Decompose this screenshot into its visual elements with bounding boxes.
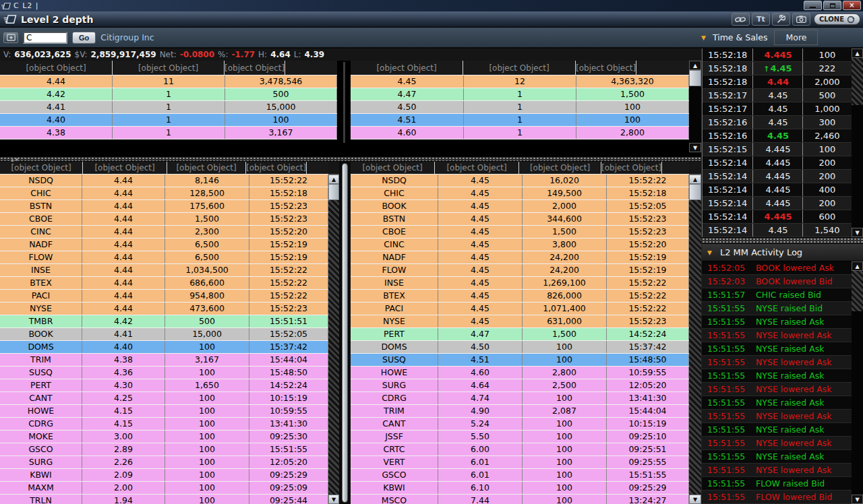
- add-window-button[interactable]: [3, 32, 18, 43]
- scroll-track[interactable]: [689, 86, 701, 143]
- mm-ask-row[interactable]: BSTN 4.45 344,600 15:52:23: [351, 213, 689, 226]
- close-button[interactable]: ×: [843, 1, 861, 10]
- mm-bid-scrollbar[interactable]: ▲ ▼: [328, 162, 339, 504]
- activity-log-scrollbar[interactable]: ▲ ▼: [852, 261, 863, 504]
- mm-bid-row[interactable]: KBWI 2.09 100 09:25:29: [0, 469, 328, 482]
- mm-ask-row[interactable]: KBWI 6.10 100 09:25:29: [351, 482, 689, 495]
- mm-ask-row[interactable]: HOWE 4.60 2,800 10:59:55: [351, 367, 689, 379]
- bid-level-row[interactable]: 4.44 11 3,478,546: [0, 75, 337, 88]
- scroll-thumb[interactable]: [689, 184, 701, 200]
- scroll-thumb[interactable]: [852, 271, 863, 311]
- mm-ask-row[interactable]: INSE 4.45 1,269,100 15:52:22: [351, 277, 689, 290]
- scroll-down-icon[interactable]: ▼: [852, 495, 863, 504]
- mm-ask-row[interactable]: BTEX 4.45 826,000 15:52:22: [351, 290, 689, 303]
- mm-ask-row[interactable]: DOMS 4.50 100 15:37:42: [351, 341, 689, 354]
- mm-ask-scrollbar[interactable]: ▲ ▼: [689, 162, 701, 504]
- level-scrollbar[interactable]: ▲ ▼: [689, 61, 701, 152]
- scroll-up-icon[interactable]: ▲: [689, 61, 701, 70]
- scroll-up-icon[interactable]: ▲: [852, 261, 863, 271]
- symbol-input[interactable]: [23, 32, 67, 44]
- mm-ask-row[interactable]: PERT 4.47 1,500 14:52:24: [351, 328, 689, 341]
- mm-ask-row[interactable]: CDRG 4.74 100 13:41:30: [351, 392, 689, 405]
- splitter-handle[interactable]: [342, 163, 348, 503]
- snapshot-button[interactable]: [792, 13, 810, 26]
- mm-bid-row[interactable]: NSDQ 4.44 8,146 15:52:22: [0, 175, 328, 187]
- ask-level-row[interactable]: 4.50 1 100: [351, 101, 689, 114]
- mm-bid-row[interactable]: BTEX 4.44 686,600 15:52:22: [0, 277, 328, 290]
- mm-ask-row[interactable]: FLOW 4.45 24,200 15:52:19: [351, 264, 689, 277]
- time-sales-dropdown[interactable]: Time & Sales: [713, 32, 768, 42]
- mm-bid-row[interactable]: CHIC 4.44 128,500 15:52:18: [0, 187, 328, 200]
- bid-level-row[interactable]: 4.40 1 100: [0, 114, 337, 127]
- mm-bid-row[interactable]: FLOW 4.44 6,500 15:52:19: [0, 251, 328, 264]
- scroll-thumb[interactable]: [852, 58, 863, 105]
- scroll-track[interactable]: [689, 200, 701, 495]
- mm-bid-row[interactable]: CANT 4.25 100 10:15:19: [0, 392, 328, 405]
- ask-level-row[interactable]: 4.51 1 100: [351, 114, 689, 127]
- mm-bid-row[interactable]: CBOE 4.44 1,500 15:52:23: [0, 213, 328, 226]
- scroll-track[interactable]: [328, 200, 339, 495]
- link-symbol-button[interactable]: [732, 13, 750, 26]
- scroll-down-icon[interactable]: ▼: [689, 143, 701, 152]
- mm-bid-row[interactable]: CDRG 4.15 100 13:41:30: [0, 418, 328, 431]
- scroll-down-icon[interactable]: ▼: [328, 495, 339, 504]
- minimize-button[interactable]: [804, 1, 822, 10]
- mm-bid-row[interactable]: TMBR 4.42 500 15:51:51: [0, 315, 328, 328]
- more-button[interactable]: More: [774, 30, 818, 45]
- mm-bid-row[interactable]: GSCO 2.89 100 15:51:55: [0, 443, 328, 456]
- mm-ask-row[interactable]: CRTC 6.00 100 09:25:51: [351, 443, 689, 456]
- go-button[interactable]: Go: [72, 32, 96, 44]
- mm-ask-row[interactable]: PACI 4.45 1,071,400 15:52:22: [351, 303, 689, 315]
- mm-bid-row[interactable]: BSTN 4.44 175,600 15:52:23: [0, 200, 328, 213]
- mm-bid-row[interactable]: MOKE 3.00 100 09:25:30: [0, 431, 328, 443]
- horizontal-splitter[interactable]: [702, 237, 863, 244]
- bid-level-row[interactable]: 4.41 1 15,000: [0, 101, 337, 114]
- scroll-up-icon[interactable]: ▲: [852, 49, 863, 58]
- mm-bid-row[interactable]: PACI 4.44 954,800 15:52:22: [0, 290, 328, 303]
- mm-bid-row[interactable]: TRIM 4.38 3,167 15:44:04: [0, 354, 328, 367]
- scroll-track[interactable]: [852, 311, 863, 495]
- mm-bid-row[interactable]: BOOK 4.41 15,000 15:52:05: [0, 328, 328, 341]
- mm-ask-row[interactable]: BOOK 4.45 2,000 15:52:05: [351, 200, 689, 213]
- font-settings-button[interactable]: Tt: [752, 13, 770, 26]
- mm-ask-row[interactable]: CHIC 4.45 149,500 15:52:18: [351, 187, 689, 200]
- mm-ask-row[interactable]: NADF 4.45 24,200 15:52:19: [351, 251, 689, 264]
- bid-level-row[interactable]: 4.38 1 3,167: [0, 127, 337, 139]
- ask-level-row[interactable]: 4.60 1 2,800: [351, 127, 689, 139]
- scroll-track[interactable]: [852, 105, 863, 228]
- mm-bid-row[interactable]: NADF 4.44 6,500 15:52:19: [0, 239, 328, 251]
- horizontal-splitter[interactable]: ▲▼: [0, 156, 701, 162]
- settings-wrench-button[interactable]: [772, 13, 790, 26]
- mm-bid-row[interactable]: HOWE 4.15 100 10:59:55: [0, 405, 328, 418]
- scroll-up-icon[interactable]: ▲: [328, 175, 339, 184]
- mm-ask-row[interactable]: CANT 5.24 100 10:15:19: [351, 418, 689, 431]
- mm-bid-row[interactable]: MAXM 2.00 100 09:25:09: [0, 482, 328, 495]
- mm-bid-row[interactable]: DOMS 4.40 100 15:37:42: [0, 341, 328, 354]
- mm-ask-row[interactable]: GSCO 6.01 100 15:51:55: [351, 469, 689, 482]
- mm-ask-row[interactable]: VERT 6.01 100 09:25:55: [351, 456, 689, 469]
- bid-level-row[interactable]: 4.42 1 500: [0, 88, 337, 101]
- mm-ask-row[interactable]: MSCO 7.44 100 13:24:27: [351, 495, 689, 504]
- mm-ask-row[interactable]: SUSQ 4.51 100 15:48:50: [351, 354, 689, 367]
- mm-ask-row[interactable]: NSDQ 4.45 16,020 15:52:22: [351, 175, 689, 187]
- mm-ask-row[interactable]: CINC 4.45 3,800 15:52:20: [351, 239, 689, 251]
- mm-ask-row[interactable]: NYSE 4.45 631,000 15:52:23: [351, 315, 689, 328]
- time-sales-scrollbar[interactable]: ▲ ▼: [852, 49, 863, 237]
- mm-ask-row[interactable]: JSSF 5.50 100 09:25:10: [351, 431, 689, 443]
- mm-bid-row[interactable]: NYSE 4.44 473,600 15:52:23: [0, 303, 328, 315]
- mm-bid-row[interactable]: SURG 2.26 100 12:05:20: [0, 456, 328, 469]
- scroll-thumb[interactable]: [328, 184, 339, 200]
- scroll-thumb[interactable]: [689, 70, 701, 86]
- maximize-button[interactable]: [823, 1, 841, 10]
- mm-bid-row[interactable]: TRLN 1.94 100 09:25:44: [0, 495, 328, 504]
- scroll-down-icon[interactable]: ▼: [689, 495, 701, 504]
- vertical-splitter[interactable]: [339, 162, 351, 504]
- clone-button[interactable]: CLONE: [814, 13, 860, 25]
- mm-bid-row[interactable]: INSE 4.44 1,034,500 15:52:22: [0, 264, 328, 277]
- mm-ask-row[interactable]: CBOE 4.45 1,500 15:52:23: [351, 226, 689, 239]
- scroll-up-icon[interactable]: ▲: [689, 175, 701, 184]
- activity-log-header[interactable]: ▼ L2 MM Activity Log: [702, 244, 863, 261]
- scroll-down-icon[interactable]: ▼: [852, 228, 863, 237]
- mm-bid-row[interactable]: SUSQ 4.36 100 15:48:50: [0, 367, 328, 379]
- ask-level-row[interactable]: 4.45 12 4,363,320: [351, 75, 689, 88]
